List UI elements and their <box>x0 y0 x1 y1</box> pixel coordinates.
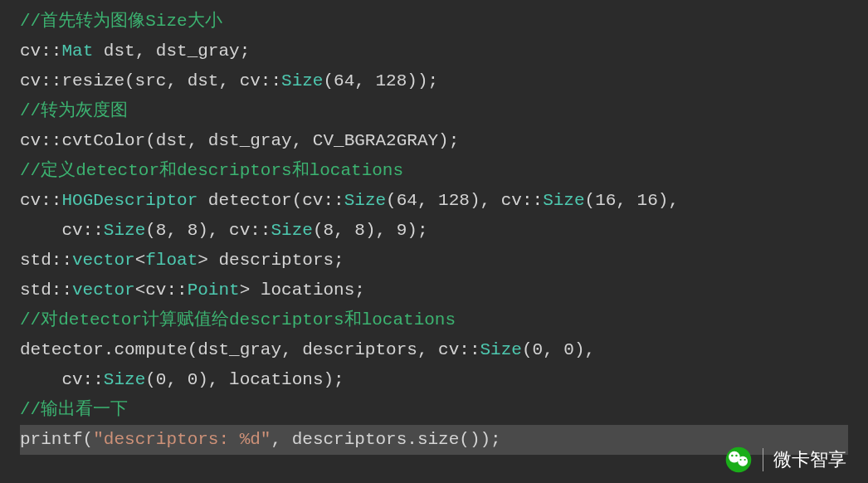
svg-point-3 <box>731 455 734 457</box>
code-line: detector.compute(dst_gray, descriptors, … <box>20 335 848 365</box>
code-token: std:: <box>20 251 72 270</box>
code-token: Size <box>104 370 145 389</box>
code-token: cv:: <box>20 370 104 389</box>
code-token: > locations; <box>240 281 365 300</box>
code-token: (8, 8), 9); <box>313 221 428 240</box>
code-line: cv::Mat dst, dst_gray; <box>20 37 848 66</box>
code-token: Point <box>188 281 240 300</box>
code-token: , descriptors.size()); <box>271 430 500 449</box>
svg-point-2 <box>738 456 748 466</box>
code-block: //首先转为图像Size大小cv::Mat dst, dst_gray;cv::… <box>0 0 868 461</box>
code-line: std::vector<float> descriptors; <box>20 246 848 276</box>
code-token: detector.compute(dst_gray, descriptors, … <box>20 340 480 359</box>
code-token: (64, 128)); <box>323 71 438 90</box>
code-token: cv:: <box>20 221 104 240</box>
code-token: (0, 0), locations); <box>145 370 344 389</box>
code-token: //对detector计算赋值给descriptors和locations <box>20 310 456 329</box>
watermark: 微卡智享 <box>724 445 846 475</box>
code-line: //对detector计算赋值给descriptors和locations <box>20 305 848 335</box>
code-token: "descriptors: %d" <box>93 430 271 449</box>
code-token: cv:: <box>20 41 61 61</box>
code-token: HOGDescriptor <box>61 191 197 210</box>
code-line: //定义detector和descriptors和locations <box>20 156 848 186</box>
svg-point-6 <box>744 459 746 461</box>
code-token: <cv:: <box>135 281 188 300</box>
code-token: float <box>145 251 197 270</box>
code-token: //输出看一下 <box>20 400 128 419</box>
code-token: (16, 16), <box>585 191 679 210</box>
code-line: cv::Size(0, 0), locations); <box>20 365 848 395</box>
code-token: vector <box>72 251 135 270</box>
code-token: Size <box>480 340 522 359</box>
code-line: cv::HOGDescriptor detector(cv::Size(64, … <box>20 186 848 216</box>
code-token: cv::resize(src, dst, cv:: <box>20 71 281 90</box>
code-token: Size <box>543 191 584 210</box>
code-token: dst, dst_gray; <box>93 41 250 61</box>
code-token: std:: <box>20 281 72 300</box>
code-token: vector <box>72 281 135 300</box>
code-token: printf( <box>20 430 93 449</box>
code-token: //首先转为图像Size大小 <box>20 12 222 31</box>
separator <box>763 448 763 471</box>
code-token: Size <box>281 71 323 90</box>
code-line: //输出看一下 <box>20 395 848 425</box>
code-token: cv:: <box>20 191 61 210</box>
code-token: cv::cvtColor(dst, dst_gray, CV_BGRA2GRAY… <box>20 131 459 150</box>
code-line: std::vector<cv::Point> locations; <box>20 276 848 305</box>
code-token: Size <box>271 221 312 240</box>
code-token: Mat <box>61 41 93 61</box>
code-token: > descriptors; <box>197 251 344 270</box>
code-token: Size <box>344 191 386 210</box>
code-token: < <box>135 251 146 270</box>
svg-point-5 <box>739 459 741 461</box>
code-line: //转为灰度图 <box>20 96 848 126</box>
code-token: Size <box>104 221 145 240</box>
watermark-label: 微卡智享 <box>773 445 846 475</box>
svg-point-4 <box>735 455 738 457</box>
code-token: (0, 0), <box>522 340 595 359</box>
code-token: //转为灰度图 <box>20 101 128 120</box>
code-token: //定义detector和descriptors和locations <box>20 161 403 180</box>
code-line: cv::cvtColor(dst, dst_gray, CV_BGRA2GRAY… <box>20 126 848 156</box>
code-line: cv::Size(8, 8), cv::Size(8, 8), 9); <box>20 216 848 246</box>
wechat-icon <box>724 446 753 474</box>
code-token: (8, 8), cv:: <box>145 221 271 240</box>
code-token: (64, 128), cv:: <box>386 191 543 210</box>
code-token: detector(cv:: <box>197 191 344 210</box>
code-line: cv::resize(src, dst, cv::Size(64, 128)); <box>20 66 848 96</box>
code-line: //首先转为图像Size大小 <box>20 7 848 37</box>
